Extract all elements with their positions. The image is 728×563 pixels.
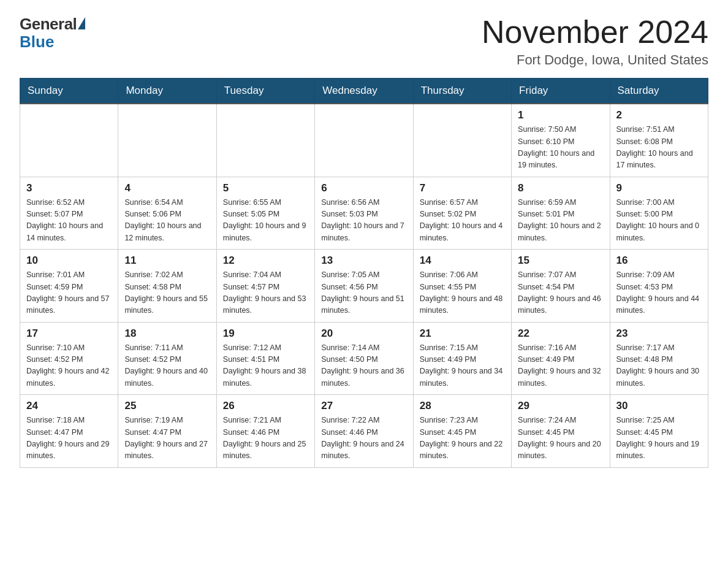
day-number: 16: [616, 255, 702, 267]
day-info: Sunrise: 7:51 AMSunset: 6:08 PMDaylight:…: [616, 124, 702, 172]
table-row: [118, 104, 216, 177]
day-info: Sunrise: 7:07 AMSunset: 4:54 PMDaylight:…: [518, 269, 603, 317]
table-row: 17 Sunrise: 7:10 AMSunset: 4:52 PMDaylig…: [20, 322, 118, 395]
day-info: Sunrise: 7:02 AMSunset: 4:58 PMDaylight:…: [124, 269, 210, 317]
day-info: Sunrise: 7:01 AMSunset: 4:59 PMDaylight:…: [26, 269, 112, 317]
day-number: 15: [518, 255, 603, 267]
day-number: 22: [518, 327, 603, 340]
table-row: 30 Sunrise: 7:25 AMSunset: 4:45 PMDaylig…: [610, 395, 708, 468]
day-number: 2: [616, 109, 702, 121]
col-thursday: Thursday: [413, 79, 511, 104]
day-number: 18: [124, 327, 210, 340]
table-row: 1 Sunrise: 7:50 AMSunset: 6:10 PMDayligh…: [512, 104, 610, 177]
day-number: 10: [26, 255, 112, 267]
day-number: 17: [26, 327, 112, 340]
title-block: November 2024 Fort Dodge, Iowa, United S…: [482, 15, 708, 68]
col-wednesday: Wednesday: [315, 79, 413, 104]
day-info: Sunrise: 7:05 AMSunset: 4:56 PMDaylight:…: [321, 269, 406, 317]
day-info: Sunrise: 7:09 AMSunset: 4:53 PMDaylight:…: [616, 269, 702, 317]
day-info: Sunrise: 7:12 AMSunset: 4:51 PMDaylight:…: [223, 342, 308, 390]
day-number: 19: [223, 327, 308, 340]
day-info: Sunrise: 6:52 AMSunset: 5:07 PMDaylight:…: [26, 197, 112, 245]
day-number: 28: [420, 400, 505, 412]
day-info: Sunrise: 7:16 AMSunset: 4:49 PMDaylight:…: [518, 342, 603, 390]
day-info: Sunrise: 7:10 AMSunset: 4:52 PMDaylight:…: [26, 342, 112, 390]
table-row: 29 Sunrise: 7:24 AMSunset: 4:45 PMDaylig…: [512, 395, 610, 468]
table-row: 5 Sunrise: 6:55 AMSunset: 5:05 PMDayligh…: [216, 177, 314, 250]
table-row: 19 Sunrise: 7:12 AMSunset: 4:51 PMDaylig…: [216, 322, 314, 395]
day-info: Sunrise: 7:14 AMSunset: 4:50 PMDaylight:…: [321, 342, 406, 390]
table-row: 25 Sunrise: 7:19 AMSunset: 4:47 PMDaylig…: [118, 395, 216, 468]
table-row: 15 Sunrise: 7:07 AMSunset: 4:54 PMDaylig…: [512, 250, 610, 323]
table-row: 27 Sunrise: 7:22 AMSunset: 4:46 PMDaylig…: [315, 395, 413, 468]
table-row: 3 Sunrise: 6:52 AMSunset: 5:07 PMDayligh…: [20, 177, 118, 250]
table-row: 9 Sunrise: 7:00 AMSunset: 5:00 PMDayligh…: [610, 177, 708, 250]
day-info: Sunrise: 7:04 AMSunset: 4:57 PMDaylight:…: [223, 269, 308, 317]
logo[interactable]: General Blue: [20, 15, 85, 52]
day-number: 30: [616, 400, 702, 412]
day-info: Sunrise: 7:25 AMSunset: 4:45 PMDaylight:…: [616, 415, 702, 462]
table-row: 24 Sunrise: 7:18 AMSunset: 4:47 PMDaylig…: [20, 395, 118, 468]
table-row: 11 Sunrise: 7:02 AMSunset: 4:58 PMDaylig…: [118, 250, 216, 323]
day-number: 9: [616, 182, 702, 194]
col-monday: Monday: [118, 79, 216, 104]
calendar-week-row: 1 Sunrise: 7:50 AMSunset: 6:10 PMDayligh…: [20, 104, 708, 177]
day-number: 27: [321, 400, 406, 412]
day-number: 12: [223, 255, 308, 267]
logo-triangle-icon: [78, 17, 85, 29]
day-number: 24: [26, 400, 112, 412]
table-row: 22 Sunrise: 7:16 AMSunset: 4:49 PMDaylig…: [512, 322, 610, 395]
day-number: 29: [518, 400, 603, 412]
calendar-week-row: 24 Sunrise: 7:18 AMSunset: 4:47 PMDaylig…: [20, 395, 708, 468]
day-number: 7: [420, 182, 505, 194]
table-row: 12 Sunrise: 7:04 AMSunset: 4:57 PMDaylig…: [216, 250, 314, 323]
table-row: 10 Sunrise: 7:01 AMSunset: 4:59 PMDaylig…: [20, 250, 118, 323]
day-number: 11: [124, 255, 210, 267]
table-row: 4 Sunrise: 6:54 AMSunset: 5:06 PMDayligh…: [118, 177, 216, 250]
calendar-week-row: 17 Sunrise: 7:10 AMSunset: 4:52 PMDaylig…: [20, 322, 708, 395]
day-info: Sunrise: 7:18 AMSunset: 4:47 PMDaylight:…: [26, 415, 112, 462]
table-row: 2 Sunrise: 7:51 AMSunset: 6:08 PMDayligh…: [610, 104, 708, 177]
day-number: 21: [420, 327, 505, 340]
day-info: Sunrise: 7:06 AMSunset: 4:55 PMDaylight:…: [420, 269, 505, 317]
page-header: General Blue November 2024 Fort Dodge, I…: [20, 15, 708, 68]
day-number: 13: [321, 255, 406, 267]
month-title: November 2024: [482, 15, 708, 50]
table-row: [216, 104, 314, 177]
table-row: 8 Sunrise: 6:59 AMSunset: 5:01 PMDayligh…: [512, 177, 610, 250]
table-row: 14 Sunrise: 7:06 AMSunset: 4:55 PMDaylig…: [413, 250, 511, 323]
table-row: 26 Sunrise: 7:21 AMSunset: 4:46 PMDaylig…: [216, 395, 314, 468]
day-info: Sunrise: 7:22 AMSunset: 4:46 PMDaylight:…: [321, 415, 406, 462]
day-info: Sunrise: 7:00 AMSunset: 5:00 PMDaylight:…: [616, 197, 702, 245]
day-info: Sunrise: 7:23 AMSunset: 4:45 PMDaylight:…: [420, 415, 505, 462]
day-number: 20: [321, 327, 406, 340]
table-row: 23 Sunrise: 7:17 AMSunset: 4:48 PMDaylig…: [610, 322, 708, 395]
day-info: Sunrise: 6:55 AMSunset: 5:05 PMDaylight:…: [223, 197, 308, 245]
table-row: 7 Sunrise: 6:57 AMSunset: 5:02 PMDayligh…: [413, 177, 511, 250]
table-row: 6 Sunrise: 6:56 AMSunset: 5:03 PMDayligh…: [315, 177, 413, 250]
day-info: Sunrise: 7:17 AMSunset: 4:48 PMDaylight:…: [616, 342, 702, 390]
table-row: 16 Sunrise: 7:09 AMSunset: 4:53 PMDaylig…: [610, 250, 708, 323]
day-info: Sunrise: 6:56 AMSunset: 5:03 PMDaylight:…: [321, 197, 406, 245]
logo-general-text: General: [20, 15, 77, 34]
day-info: Sunrise: 7:21 AMSunset: 4:46 PMDaylight:…: [223, 415, 308, 462]
calendar-table: Sunday Monday Tuesday Wednesday Thursday…: [20, 78, 708, 468]
day-info: Sunrise: 7:50 AMSunset: 6:10 PMDaylight:…: [518, 124, 603, 172]
calendar-week-row: 10 Sunrise: 7:01 AMSunset: 4:59 PMDaylig…: [20, 250, 708, 323]
table-row: 13 Sunrise: 7:05 AMSunset: 4:56 PMDaylig…: [315, 250, 413, 323]
day-number: 3: [26, 182, 112, 194]
day-info: Sunrise: 7:11 AMSunset: 4:52 PMDaylight:…: [124, 342, 210, 390]
table-row: [315, 104, 413, 177]
day-number: 8: [518, 182, 603, 194]
calendar-week-row: 3 Sunrise: 6:52 AMSunset: 5:07 PMDayligh…: [20, 177, 708, 250]
table-row: 21 Sunrise: 7:15 AMSunset: 4:49 PMDaylig…: [413, 322, 511, 395]
col-saturday: Saturday: [610, 79, 708, 104]
day-number: 6: [321, 182, 406, 194]
table-row: [20, 104, 118, 177]
day-number: 23: [616, 327, 702, 340]
table-row: 28 Sunrise: 7:23 AMSunset: 4:45 PMDaylig…: [413, 395, 511, 468]
day-info: Sunrise: 6:54 AMSunset: 5:06 PMDaylight:…: [124, 197, 210, 245]
day-number: 5: [223, 182, 308, 194]
col-sunday: Sunday: [20, 79, 118, 104]
day-number: 14: [420, 255, 505, 267]
